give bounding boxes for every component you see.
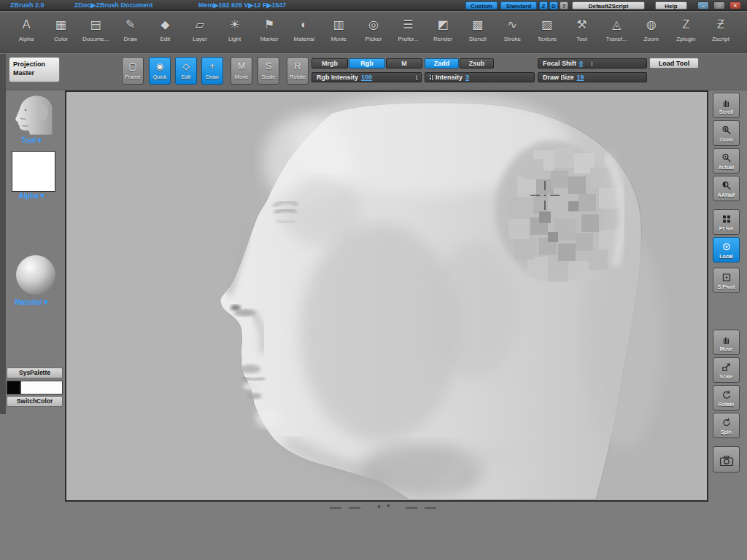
palette-item-color[interactable]: ▦Color	[44, 15, 78, 52]
m-button[interactable]: M	[386, 58, 422, 69]
default-zscript-button[interactable]: DefaultZScript	[572, 1, 645, 9]
primary-color-swatch[interactable]	[20, 381, 63, 394]
tool-icon: ⚒	[576, 15, 587, 34]
actual-size-button[interactable]: Actual	[713, 148, 740, 174]
move-mode-button[interactable]: MMove	[231, 57, 252, 85]
help-question-button[interactable]: ?	[560, 1, 568, 9]
palette-item-preferences[interactable]: ☰Prefer...	[392, 15, 425, 52]
draw-pointer-icon: +	[209, 58, 214, 74]
palette-item-stencil[interactable]: ▩Stencil	[461, 15, 495, 52]
edit-mode-button[interactable]: ◇Edit	[175, 57, 197, 85]
draw-size-slider[interactable]: Draw Size19	[538, 72, 647, 82]
edit-gizmo-icon: ◇	[182, 58, 189, 74]
palette-item-material[interactable]: ◐Material	[287, 15, 321, 52]
zscript-icon: Ƶ	[717, 15, 724, 34]
palette-item-tool[interactable]: ⚒Tool	[565, 15, 599, 52]
rotate-mode-button[interactable]: RRotate	[287, 57, 309, 85]
scale-canvas-button[interactable]: Scale	[713, 357, 740, 383]
zadd-button[interactable]: Zadd	[425, 58, 459, 69]
sculpt-head-render	[66, 92, 707, 500]
focal-shift-slider[interactable]: Focal Shift0	[538, 58, 647, 69]
local-button[interactable]: Local	[713, 237, 740, 262]
rgb-button[interactable]: Rgb	[349, 58, 385, 69]
move-canvas-button[interactable]: Move	[713, 330, 740, 355]
document-canvas[interactable]	[65, 90, 708, 502]
palette-item-texture[interactable]: ▨Texture	[530, 15, 564, 52]
render-icon: ◩	[438, 15, 449, 34]
syspalette-button[interactable]: SysPalette	[7, 368, 63, 378]
zsub-button[interactable]: Zsub	[460, 58, 494, 69]
palette-item-transform[interactable]: ◬Transf...	[600, 15, 633, 52]
current-alpha-preview[interactable]	[12, 151, 55, 192]
palette-item-picker[interactable]: ◎Picker	[357, 15, 390, 52]
palette-item-alpha[interactable]: AAlpha	[9, 15, 43, 52]
aa-half-button[interactable]: AAHalf	[713, 176, 740, 201]
palette-item-zscript[interactable]: ƵZscript	[704, 15, 738, 52]
material-dropdown[interactable]: Material▼	[0, 298, 64, 306]
switchcolor-button[interactable]: SwitchColor	[7, 396, 63, 407]
point-selection-button[interactable]: Pt Sel	[713, 209, 740, 235]
scrollbar-handle[interactable]	[406, 507, 417, 509]
minimize-icon[interactable]: –	[697, 1, 709, 9]
palette-item-movie[interactable]: ▥Movie	[322, 15, 355, 52]
magnifier-actual-icon	[721, 151, 732, 165]
slider-handle[interactable]	[416, 74, 418, 81]
snapshot-button[interactable]	[713, 446, 740, 472]
scroll-down-icon[interactable]: ▼	[386, 503, 391, 508]
scale-arrow-icon	[721, 360, 732, 374]
palette-item-zoom[interactable]: ◍Zoom	[635, 15, 668, 52]
current-tool-preview[interactable]	[10, 93, 55, 135]
spin-button[interactable]: Spin	[713, 413, 740, 438]
palette-item-marker[interactable]: ⚑Marker	[252, 15, 286, 52]
palette-item-document[interactable]: ▤Docume...	[79, 15, 112, 52]
draw-mode-button[interactable]: +Draw	[201, 57, 223, 85]
palette-item-stroke[interactable]: ∿Stroke	[495, 15, 529, 52]
close-icon[interactable]: ✕	[729, 1, 741, 9]
secondary-color-swatch[interactable]	[7, 381, 20, 394]
z-button[interactable]: Z	[539, 1, 548, 9]
layer-icon: ▱	[196, 15, 204, 34]
maximize-icon[interactable]: □	[713, 1, 725, 9]
tool-dropdown[interactable]: Tool▼	[0, 136, 64, 144]
palette-item-edit[interactable]: ◆Edit	[148, 15, 182, 52]
transform-icon: ◬	[612, 15, 621, 34]
projection-master-button[interactable]: Projection Master	[9, 57, 60, 82]
set-pivot-button[interactable]: S.Pivot	[713, 268, 740, 293]
hand-icon	[721, 96, 732, 109]
palette-item-zplugin[interactable]: ZZplugin	[669, 15, 703, 52]
palette-item-draw[interactable]: ✎Draw	[114, 15, 147, 52]
spin-arrows-icon	[721, 416, 732, 429]
palette-item-layer[interactable]: ▱Layer	[183, 15, 217, 52]
zoom-icon: ◍	[646, 15, 657, 34]
current-material-preview[interactable]	[16, 255, 55, 295]
z-intensity-slider[interactable]: Z Intensity3	[425, 72, 535, 82]
rotate-arrow-icon	[721, 388, 732, 402]
custom-config-button[interactable]: Custom	[465, 1, 498, 9]
zoom-button[interactable]: Zoom	[713, 120, 740, 146]
palette-item-render[interactable]: ◩Render	[426, 15, 460, 52]
frame-button[interactable]: ▢Frame	[122, 57, 144, 85]
rgb-intensity-slider[interactable]: Rgb Intensity100	[311, 72, 422, 82]
camera-icon	[719, 454, 734, 467]
mrgb-button[interactable]: Mrgb	[311, 58, 348, 69]
rotate-canvas-button[interactable]: Rotate	[713, 385, 740, 411]
scroll-button[interactable]: Scroll	[713, 93, 740, 118]
d-button[interactable]: D	[549, 1, 558, 9]
scrollbar-handle[interactable]	[330, 507, 341, 509]
slider-handle[interactable]	[560, 74, 562, 81]
slider-handle[interactable]	[591, 61, 593, 67]
alpha-dropdown[interactable]: Alpha▼	[0, 192, 64, 200]
scale-mode-button[interactable]: SScale	[258, 57, 279, 85]
quick-button[interactable]: ◉Quick	[149, 57, 171, 85]
scroll-up-icon[interactable]: ▲	[376, 503, 382, 508]
magnifier-plus-icon	[721, 123, 732, 137]
load-tool-button[interactable]: Load Tool	[649, 58, 699, 69]
scrollbar-handle[interactable]	[425, 507, 436, 509]
scrollbar-handle[interactable]	[349, 507, 360, 509]
stencil-icon: ▩	[472, 15, 483, 34]
slider-handle[interactable]	[431, 74, 433, 81]
help-button[interactable]: Help	[655, 1, 687, 9]
movie-icon: ▥	[333, 15, 344, 34]
palette-item-light[interactable]: ☀Light	[218, 15, 252, 52]
standard-config-button[interactable]: Standard	[500, 1, 537, 9]
